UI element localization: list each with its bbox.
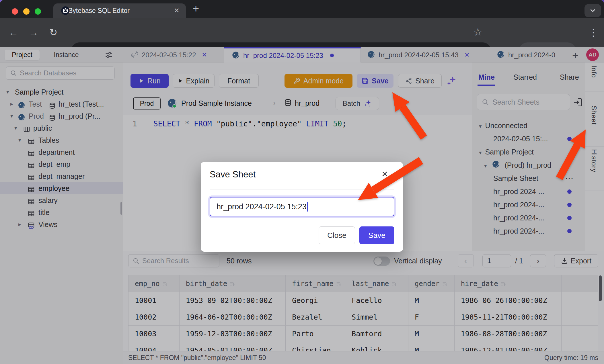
desktop: Bytebase SQL Editor ✕ + ← → ↻ localhost:… — [0, 0, 604, 364]
bookmark-star-icon[interactable]: ☆ — [473, 18, 482, 46]
back-button[interactable]: ← — [9, 18, 18, 47]
window-maximize-button[interactable] — [35, 8, 41, 15]
forward-button[interactable]: → — [29, 18, 38, 47]
close-button[interactable]: Close — [319, 226, 355, 244]
bytebase-app: Project Instance 2024-02-05 15:22 ✕ hr_p… — [0, 47, 604, 364]
new-tab-button[interactable]: + — [193, 3, 199, 15]
browser-toolbar: ← → ↻ localhost:8080/sql-editor/prod-sam… — [0, 18, 604, 47]
browser-tab[interactable]: Bytebase SQL Editor ✕ — [53, 3, 186, 18]
chevron-down-icon — [589, 7, 597, 14]
sheet-name-input[interactable]: hr_prod 2024-02-05 15:23 — [210, 197, 394, 216]
window-minimize-button[interactable] — [23, 8, 30, 15]
divider — [210, 189, 394, 189]
reload-button[interactable]: ↻ — [49, 18, 58, 47]
text-cursor — [307, 202, 308, 212]
tab-search-button[interactable] — [584, 4, 601, 17]
dialog-title: Save Sheet — [210, 169, 256, 180]
bytebase-favicon — [61, 6, 70, 16]
save-confirm-button[interactable]: Save — [359, 226, 394, 244]
browser-tab-strip: Bytebase SQL Editor ✕ + — [0, 0, 604, 18]
dialog-close-icon[interactable]: ✕ — [381, 169, 388, 179]
tab-close-icon[interactable]: ✕ — [174, 7, 180, 15]
browser-window: Bytebase SQL Editor ✕ + ← → ↻ localhost:… — [0, 0, 604, 364]
browser-menu-icon[interactable]: ⋮ — [589, 18, 598, 47]
save-sheet-dialog: Save Sheet ✕ hr_prod 2024-02-05 15:23 Cl… — [201, 162, 403, 252]
browser-tab-title: Bytebase SQL Editor — [68, 7, 174, 15]
window-close-button[interactable] — [12, 8, 18, 15]
